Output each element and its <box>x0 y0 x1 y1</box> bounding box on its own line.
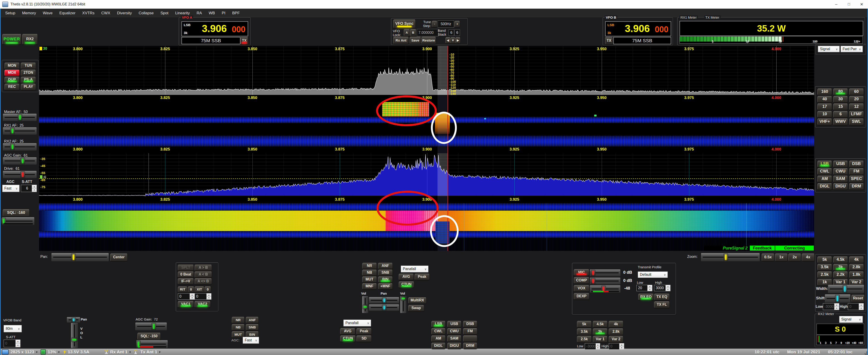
display-zoom-slider[interactable] <box>701 253 760 262</box>
band-button-10[interactable]: 10 <box>817 111 832 118</box>
comp-slider[interactable] <box>590 277 621 285</box>
rx2-mode-button-drm[interactable]: DRM <box>463 343 477 349</box>
xit-button[interactable]: XIT <box>195 287 204 292</box>
display-pan-slider-thumb[interactable] <box>71 254 76 261</box>
mic-button[interactable]: MIC <box>574 269 589 276</box>
rx2-filter-button-var-2[interactable]: Var 2 <box>609 336 623 343</box>
drive-slider-thumb[interactable] <box>21 171 25 178</box>
menu-item-cwx[interactable]: CWX <box>98 9 114 18</box>
width-slider[interactable] <box>828 285 864 293</box>
rx2-mode-button-digu[interactable]: DIGU <box>447 343 461 349</box>
mode-button-cwu[interactable]: CWU <box>833 168 848 175</box>
filter-button-1.8k[interactable]: 1.8k <box>849 271 864 278</box>
rx1-pan-slider-2[interactable] <box>369 304 399 311</box>
mode-button-digl[interactable]: DIGL <box>817 183 832 190</box>
rx1-sql-button[interactable]: SQL: -160 <box>3 209 30 216</box>
band-button-160[interactable]: 160 <box>817 89 832 95</box>
multirx-button[interactable]: MultiRX <box>408 297 426 304</box>
xit-spinner[interactable]: 0▲▼ <box>195 293 211 300</box>
band-button-vhf+[interactable]: VHF+ <box>817 118 832 125</box>
tx-button-tun[interactable]: TUN <box>21 63 36 69</box>
rx1-avg-button[interactable]: AVG <box>399 274 414 280</box>
rx1-dsp-button-nb[interactable]: NB <box>362 270 377 276</box>
mode-button-lsb[interactable]: LSB <box>817 161 832 167</box>
tx-button-mon[interactable]: MON <box>4 63 20 69</box>
tx-fl-button[interactable]: TX FL <box>654 301 670 308</box>
vfo-sync-button[interactable]: VFO Sync <box>393 20 415 28</box>
rx1-agc-select[interactable]: Fast∨ <box>2 185 20 192</box>
rx1-dsp-button-mut[interactable]: MUT <box>362 276 377 283</box>
rx2-dsp-button-nb[interactable]: NB <box>232 324 245 330</box>
menu-item-spot[interactable]: Spot <box>157 9 172 18</box>
mode-button-am[interactable]: AM <box>817 176 832 182</box>
satt-spinner[interactable]: 6▲▼ <box>21 185 37 192</box>
rx2-mode-button-am[interactable]: AM <box>431 335 445 342</box>
mic-gain-slider-thumb[interactable] <box>591 270 595 276</box>
rx1-pan-slider-1-thumb[interactable] <box>382 298 386 303</box>
menu-item-collapse[interactable]: Collapse <box>135 9 157 18</box>
filter-button-2.8k[interactable]: 2.8k <box>849 264 864 271</box>
rx2-filter-button-2.5k[interactable]: 2.5k <box>577 336 591 343</box>
shift-slider[interactable] <box>825 294 850 303</box>
vfo-a-tx-button[interactable]: TX <box>240 37 248 45</box>
xit-zero-button[interactable]: 0 <box>205 287 211 292</box>
rx1-dsp-button-+mnf[interactable]: +MNF <box>378 283 393 289</box>
rx1-sql-slider[interactable] <box>2 217 34 225</box>
tx-high-spinner[interactable]: 3000▲▼ <box>654 285 671 291</box>
rx2-filter-passband[interactable] <box>437 153 448 196</box>
tx-ant-item[interactable]: Tx Ant 1▾ <box>134 350 161 355</box>
zoom-1x-button[interactable]: 1x <box>775 254 788 261</box>
rx2-ctun-button[interactable]: CTUN <box>340 335 355 342</box>
rx2-filter-button-3.5k[interactable]: 3.5k <box>577 328 591 335</box>
zero-beat-button[interactable]: 0 Beat <box>178 271 194 277</box>
rx2-af-slider-thumb[interactable] <box>10 144 15 150</box>
minimize-button[interactable]: – <box>830 0 843 9</box>
rx2-dsp-button-anf[interactable]: ANF <box>246 317 258 323</box>
resize-grip[interactable] <box>864 351 866 353</box>
menu-item-pi[interactable]: PI <box>218 9 229 18</box>
menu-item-wb[interactable]: WB <box>205 9 218 18</box>
band-button-15[interactable]: 15 <box>833 103 848 110</box>
rx2-mode-button-cwl[interactable]: CWL <box>431 328 445 334</box>
rx1-dsp-button-bin[interactable]: BIN <box>378 276 393 283</box>
mode-button-sam[interactable]: SAM <box>833 176 848 182</box>
mode-button-drm[interactable]: DRM <box>849 183 864 190</box>
band-button-60[interactable]: 60 <box>849 89 864 95</box>
rx2-mode-button-fm[interactable]: FM <box>463 328 477 334</box>
mode-button-spec[interactable]: SPEC <box>849 176 864 182</box>
shift-slider-thumb[interactable] <box>835 295 840 302</box>
tx-profile-select[interactable]: Default∨ <box>638 271 668 278</box>
swap-button[interactable]: Swap <box>408 305 424 312</box>
tx-button-rec[interactable]: REC <box>4 84 20 90</box>
save-button[interactable]: Save <box>410 37 421 44</box>
rx1-meter-select[interactable]: Signal∨ <box>818 46 840 52</box>
rx-ant-item[interactable]: Rx Ant 1▾ <box>104 350 131 355</box>
zoom-2x-button[interactable]: 2x <box>788 254 801 261</box>
vfo-lock-b-button[interactable]: B <box>410 29 416 36</box>
tx-button-play[interactable]: PLAY <box>21 84 36 90</box>
vfo-b-frequency-display[interactable]: LSB 3k 3.906 000 <box>605 21 671 36</box>
vac2-button[interactable]: VAC2 <box>195 301 211 307</box>
split-button[interactable]: SPLT <box>178 265 194 271</box>
vox-slider[interactable] <box>590 285 621 293</box>
rx1-dsp-button-nr[interactable]: NR <box>362 263 377 269</box>
rx2-dsp-button-snb[interactable]: SNB <box>246 324 258 330</box>
rx1-ctun-button[interactable]: CTUN <box>399 282 414 288</box>
tx-meter-select[interactable]: Fwd Pwr∨ <box>841 46 863 52</box>
rx2-satt-spinner[interactable]: 0▲▼ <box>4 339 21 347</box>
rx2-mode-button-cwu[interactable]: CWU <box>447 328 461 334</box>
rx2-filter-button-4k[interactable]: 4k <box>609 321 623 328</box>
agc-gain-slider-thumb[interactable] <box>21 158 25 164</box>
master-af-slider[interactable] <box>3 114 37 121</box>
menu-item-setup[interactable]: Setup <box>2 9 19 18</box>
band-button-20[interactable]: 20 <box>849 96 864 102</box>
rx2-high-spinner[interactable]: 0▲▼ <box>609 343 624 350</box>
a-swap-b-button[interactable]: A <> B <box>195 278 212 285</box>
menu-item-wave[interactable]: Wave <box>39 9 56 18</box>
tx-eq-button[interactable]: TX EQ <box>654 294 670 300</box>
band-button-12[interactable]: 12 <box>849 103 864 110</box>
center-button[interactable]: Center <box>110 254 127 261</box>
rx2-agc-gain-slider[interactable] <box>135 322 167 330</box>
menu-item-ra[interactable]: RA <box>193 9 206 18</box>
tx-button-2ton[interactable]: 2TON <box>21 70 36 76</box>
